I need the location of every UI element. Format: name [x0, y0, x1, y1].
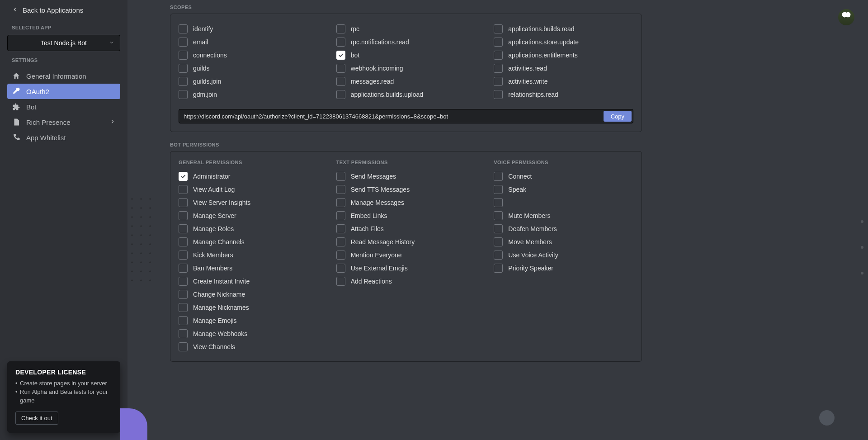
nav-general-information[interactable]: General Information — [7, 68, 120, 84]
selected-app-dropdown[interactable]: Test Node.js Bot — [7, 35, 120, 51]
checkbox[interactable] — [179, 264, 188, 273]
checkbox-row[interactable]: applications.entitlements — [494, 48, 633, 62]
checkbox[interactable] — [179, 224, 188, 233]
checkbox[interactable] — [336, 51, 345, 60]
checkbox[interactable] — [179, 64, 188, 73]
checkbox[interactable] — [494, 264, 503, 273]
checkbox-row[interactable]: gdm.join — [179, 88, 318, 101]
checkbox-row[interactable]: rpc.notifications.read — [336, 35, 476, 48]
checkbox-row[interactable]: Speak — [494, 183, 633, 196]
checkbox-row[interactable]: Change Nickname — [179, 288, 318, 301]
checkbox[interactable] — [494, 38, 503, 47]
checkbox[interactable] — [179, 316, 188, 325]
checkbox[interactable] — [179, 251, 188, 260]
checkbox[interactable] — [494, 172, 503, 181]
checkbox[interactable] — [336, 264, 345, 273]
nav-app-whitelist[interactable]: App Whitelist — [7, 130, 120, 145]
checkbox-row[interactable]: Use Voice Activity — [494, 248, 633, 261]
checkbox[interactable] — [494, 77, 503, 86]
oauth-url-input[interactable] — [179, 109, 604, 123]
checkbox-row[interactable]: webhook.incoming — [336, 62, 476, 75]
checkbox-row[interactable]: Create Instant Invite — [179, 274, 318, 288]
checkbox[interactable] — [336, 77, 345, 86]
checkbox[interactable] — [494, 90, 503, 99]
checkbox[interactable] — [494, 51, 503, 60]
copy-button[interactable]: Copy — [604, 111, 632, 122]
checkbox-row[interactable]: Send TTS Messages — [336, 183, 476, 196]
checkbox[interactable] — [336, 172, 345, 181]
checkbox[interactable] — [336, 251, 345, 260]
checkbox[interactable] — [179, 90, 188, 99]
nav-bot[interactable]: Bot — [7, 99, 120, 114]
checkbox-row[interactable]: Manage Channels — [179, 235, 318, 248]
checkbox-row[interactable]: Manage Nicknames — [179, 301, 318, 314]
promo-check-it-out-button[interactable]: Check it out — [15, 412, 58, 425]
checkbox-row[interactable]: Attach Files — [336, 222, 476, 235]
checkbox[interactable] — [494, 251, 503, 260]
checkbox-row[interactable]: Manage Emojis — [179, 314, 318, 327]
checkbox[interactable] — [179, 38, 188, 47]
checkbox-row[interactable]: activities.read — [494, 62, 633, 75]
checkbox-row[interactable]: Ban Members — [179, 261, 318, 274]
checkbox[interactable] — [494, 64, 503, 73]
checkbox[interactable] — [494, 24, 503, 33]
checkbox[interactable] — [336, 224, 345, 233]
checkbox[interactable] — [336, 211, 345, 220]
checkbox-row[interactable]: applications.builds.read — [494, 22, 633, 35]
checkbox[interactable] — [179, 303, 188, 312]
checkbox[interactable] — [179, 172, 188, 181]
checkbox-row[interactable]: Manage Roles — [179, 222, 318, 235]
checkbox[interactable] — [494, 185, 503, 194]
checkbox-row[interactable]: Send Messages — [336, 170, 476, 183]
checkbox[interactable] — [179, 51, 188, 60]
checkbox-row[interactable]: identify — [179, 22, 318, 35]
back-to-applications[interactable]: Back to Applications — [0, 0, 127, 19]
checkbox[interactable] — [336, 24, 345, 33]
checkbox[interactable] — [179, 211, 188, 220]
checkbox[interactable] — [179, 329, 188, 338]
checkbox[interactable] — [336, 90, 345, 99]
checkbox[interactable] — [179, 185, 188, 194]
checkbox-row[interactable]: Mute Members — [494, 209, 633, 222]
checkbox[interactable] — [336, 198, 345, 207]
checkbox-row[interactable]: Embed Links — [336, 209, 476, 222]
checkbox-row[interactable]: Mention Everyone — [336, 248, 476, 261]
checkbox-row[interactable]: guilds — [179, 62, 318, 75]
checkbox[interactable] — [336, 277, 345, 286]
checkbox-row[interactable]: bot — [336, 48, 476, 62]
checkbox-row[interactable] — [494, 196, 633, 209]
checkbox[interactable] — [336, 38, 345, 47]
checkbox[interactable] — [179, 24, 188, 33]
checkbox-row[interactable]: Move Members — [494, 235, 633, 248]
checkbox-row[interactable]: View Server Insights — [179, 196, 318, 209]
checkbox[interactable] — [179, 277, 188, 286]
checkbox[interactable] — [494, 237, 503, 246]
checkbox-row[interactable]: View Channels — [179, 340, 318, 353]
checkbox[interactable] — [336, 185, 345, 194]
checkbox-row[interactable]: applications.builds.upload — [336, 88, 476, 101]
checkbox-row[interactable]: relationships.read — [494, 88, 633, 101]
checkbox[interactable] — [179, 198, 188, 207]
checkbox-row[interactable]: Read Message History — [336, 235, 476, 248]
checkbox-row[interactable]: connections — [179, 48, 318, 62]
checkbox[interactable] — [494, 224, 503, 233]
checkbox-row[interactable]: Administrator — [179, 170, 318, 183]
checkbox-row[interactable]: email — [179, 35, 318, 48]
checkbox-row[interactable]: messages.read — [336, 75, 476, 88]
checkbox-row[interactable]: guilds.join — [179, 75, 318, 88]
checkbox-row[interactable]: Manage Server — [179, 209, 318, 222]
checkbox[interactable] — [336, 64, 345, 73]
checkbox-row[interactable]: Use External Emojis — [336, 261, 476, 274]
checkbox-row[interactable]: activities.write — [494, 75, 633, 88]
checkbox-row[interactable]: applications.store.update — [494, 35, 633, 48]
checkbox-row[interactable]: View Audit Log — [179, 183, 318, 196]
checkbox-row[interactable]: Manage Webhooks — [179, 327, 318, 340]
checkbox[interactable] — [336, 237, 345, 246]
checkbox[interactable] — [494, 211, 503, 220]
checkbox-row[interactable]: Deafen Members — [494, 222, 633, 235]
checkbox[interactable] — [179, 77, 188, 86]
checkbox[interactable] — [179, 290, 188, 299]
checkbox-row[interactable]: rpc — [336, 22, 476, 35]
checkbox-row[interactable]: Priority Speaker — [494, 261, 633, 274]
user-avatar[interactable] — [838, 9, 854, 25]
